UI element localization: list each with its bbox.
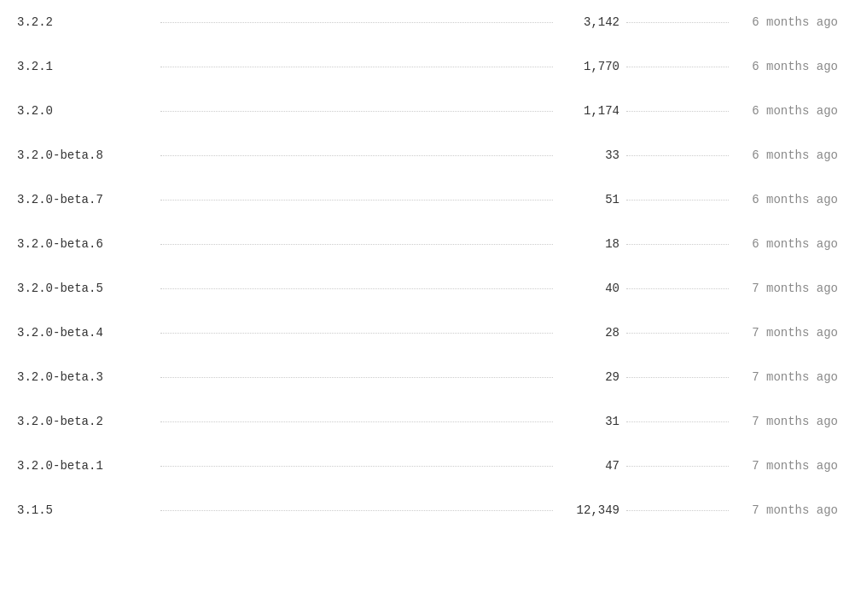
release-row[interactable]: 3.2.0-beta.1477 months ago xyxy=(17,444,838,488)
release-time: 6 months ago xyxy=(736,148,838,162)
dots-separator-left xyxy=(160,333,553,334)
dots-separator-left xyxy=(160,466,553,467)
release-version: 3.2.0-beta.4 xyxy=(17,326,154,340)
release-row[interactable]: 3.2.0-beta.7516 months ago xyxy=(17,177,838,222)
download-count: 33 xyxy=(560,148,619,162)
dots-separator-right xyxy=(626,288,729,289)
download-count: 51 xyxy=(560,193,619,206)
release-row[interactable]: 3.2.0-beta.3297 months ago xyxy=(17,355,838,399)
dots-separator-left xyxy=(160,288,553,289)
release-version: 3.2.0-beta.2 xyxy=(17,415,154,428)
download-count: 1,174 xyxy=(560,104,619,118)
download-count: 12,349 xyxy=(560,503,619,517)
download-count: 18 xyxy=(560,237,619,251)
release-time: 6 months ago xyxy=(736,193,838,206)
dots-separator-right xyxy=(626,466,729,467)
dots-separator-left xyxy=(160,22,553,23)
release-version: 3.2.0 xyxy=(17,104,154,118)
dots-separator-left xyxy=(160,200,553,200)
download-count: 47 xyxy=(560,459,619,473)
dots-separator-left xyxy=(160,67,553,67)
download-count: 40 xyxy=(560,282,619,295)
release-time: 7 months ago xyxy=(736,282,838,295)
release-row[interactable]: 3.2.0-beta.2317 months ago xyxy=(17,399,838,444)
release-time: 6 months ago xyxy=(736,237,838,251)
dots-separator-left xyxy=(160,244,553,245)
download-count: 31 xyxy=(560,415,619,428)
download-count: 28 xyxy=(560,326,619,340)
dots-separator-right xyxy=(626,510,729,511)
dots-separator-right xyxy=(626,244,729,245)
download-count: 29 xyxy=(560,370,619,384)
dots-separator-right xyxy=(626,421,729,422)
dots-separator-right xyxy=(626,200,729,200)
release-version: 3.2.1 xyxy=(17,60,154,73)
release-version: 3.2.0-beta.5 xyxy=(17,282,154,295)
download-count: 1,770 xyxy=(560,60,619,73)
dots-separator-left xyxy=(160,377,553,378)
release-row[interactable]: 3.2.0-beta.8336 months ago xyxy=(17,133,838,177)
release-row[interactable]: 3.2.0-beta.4287 months ago xyxy=(17,311,838,355)
release-time: 7 months ago xyxy=(736,326,838,340)
release-time: 7 months ago xyxy=(736,459,838,473)
release-row[interactable]: 3.2.01,1746 months ago xyxy=(17,89,838,133)
dots-separator-right xyxy=(626,377,729,378)
dots-separator-left xyxy=(160,111,553,112)
dots-separator-left xyxy=(160,421,553,422)
download-count: 3,142 xyxy=(560,15,619,29)
release-version: 3.2.0-beta.1 xyxy=(17,459,154,473)
release-row[interactable]: 3.1.512,3497 months ago xyxy=(17,488,838,532)
release-version: 3.2.0-beta.6 xyxy=(17,237,154,251)
dots-separator-left xyxy=(160,155,553,156)
dots-separator-right xyxy=(626,155,729,156)
release-time: 7 months ago xyxy=(736,415,838,428)
release-time: 6 months ago xyxy=(736,104,838,118)
dots-separator-right xyxy=(626,22,729,23)
release-version: 3.2.0-beta.8 xyxy=(17,148,154,162)
release-list: 3.2.23,1426 months ago3.2.11,7706 months… xyxy=(0,0,855,532)
release-time: 6 months ago xyxy=(736,15,838,29)
release-row[interactable]: 3.2.23,1426 months ago xyxy=(17,0,838,44)
dots-separator-right xyxy=(626,333,729,334)
release-time: 7 months ago xyxy=(736,503,838,517)
release-version: 3.2.2 xyxy=(17,15,154,29)
release-row[interactable]: 3.2.0-beta.5407 months ago xyxy=(17,266,838,311)
dots-separator-left xyxy=(160,510,553,511)
dots-separator-right xyxy=(626,111,729,112)
release-time: 6 months ago xyxy=(736,60,838,73)
release-row[interactable]: 3.2.0-beta.6186 months ago xyxy=(17,222,838,266)
dots-separator-right xyxy=(626,67,729,67)
release-version: 3.1.5 xyxy=(17,503,154,517)
release-version: 3.2.0-beta.3 xyxy=(17,370,154,384)
release-version: 3.2.0-beta.7 xyxy=(17,193,154,206)
release-time: 7 months ago xyxy=(736,370,838,384)
release-row[interactable]: 3.2.11,7706 months ago xyxy=(17,44,838,89)
